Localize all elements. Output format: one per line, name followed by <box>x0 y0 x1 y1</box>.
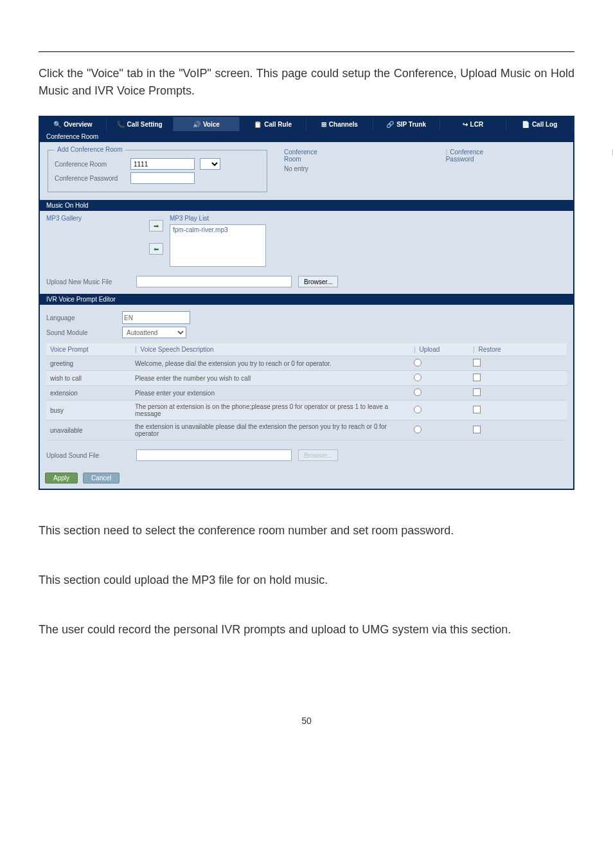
tab-lcr[interactable]: ↪LCR <box>440 117 507 131</box>
tab-overview[interactable]: 🔍Overview <box>40 117 107 131</box>
browser-button-disabled: Browser... <box>298 449 338 461</box>
voip-screenshot: 🔍Overview 📞Call Setting 🔊Voice 📋Call Rul… <box>39 116 574 490</box>
mp3-file-item[interactable]: fpm-calm-river.mp3 <box>173 226 228 233</box>
move-left-button[interactable]: ⬅ <box>149 243 163 255</box>
upload-sound-label: Upload Sound File <box>46 452 130 459</box>
tab-call-rule[interactable]: 📋Call Rule <box>240 117 306 131</box>
upload-radio[interactable] <box>414 426 422 433</box>
conference-header: Conference Room <box>40 131 573 142</box>
col-upload: Upload <box>410 343 469 356</box>
col-voice-desc: Voice Speech Description <box>131 343 410 356</box>
restore-check[interactable] <box>473 388 481 396</box>
table-row: wish to call Please enter the number you… <box>46 371 567 386</box>
restore-check[interactable] <box>473 406 481 413</box>
row-desc: Welcome, please dial the extension you t… <box>131 356 410 371</box>
tab-voice[interactable]: 🔊Voice <box>173 117 240 131</box>
paragraph-3: The user could record the personal IVR p… <box>39 621 574 638</box>
intro-text: Click the "Voice" tab in the "VoIP" scre… <box>39 65 574 100</box>
no-entry-text: No entry <box>284 165 613 172</box>
page-number: 50 <box>39 716 574 726</box>
tab-call-setting[interactable]: 📞Call Setting <box>107 117 173 131</box>
mp3-gallery-header: MP3 Gallery <box>46 215 130 222</box>
conference-room-label: Conference Room <box>55 161 125 168</box>
add-conference-legend: Add Conference Room <box>55 146 125 153</box>
row-name: greeting <box>46 356 131 371</box>
row-name: busy <box>46 401 131 420</box>
magnifier-icon: 🔍 <box>53 121 61 128</box>
browser-button[interactable]: Browser... <box>298 276 338 287</box>
move-right-button[interactable]: ➡ <box>149 220 163 231</box>
moh-panel: MP3 Gallery ➡ ⬅ MP3 Play List fpm-calm-r… <box>40 211 573 294</box>
row-desc: The person at extension is on the phone;… <box>131 401 410 420</box>
ivr-panel: Language Sound Module Autoattend Voice P… <box>40 305 573 467</box>
conference-room-select[interactable] <box>200 158 220 170</box>
row-name: wish to call <box>46 371 131 386</box>
language-input[interactable] <box>122 311 190 324</box>
tab-sip-trunk[interactable]: 🔗SIP Trunk <box>373 117 440 131</box>
upload-music-label: Upload New Music File <box>46 278 130 285</box>
tab-bar: 🔍Overview 📞Call Setting 🔊Voice 📋Call Rul… <box>40 117 573 131</box>
phone-icon: 📞 <box>117 121 125 128</box>
language-label: Language <box>46 314 117 321</box>
paragraph-2: This section could upload the MP3 file f… <box>39 572 574 589</box>
conference-room-input[interactable] <box>130 158 195 170</box>
conference-panel: Add Conference Room Conference Room Conf… <box>40 142 573 200</box>
mp3-playlist-header: MP3 Play List <box>170 215 266 222</box>
horizontal-rule <box>39 51 574 52</box>
log-icon: 📄 <box>522 121 529 128</box>
restore-check[interactable] <box>473 426 481 433</box>
conf-col-password: Conference Password <box>446 149 483 163</box>
col-restore: Restore <box>469 343 567 356</box>
table-row: unavailable the extension is unavailable… <box>46 420 567 440</box>
row-name: extension <box>46 386 131 401</box>
conference-password-label: Conference Password <box>55 175 125 182</box>
paragraph-1: This section need to select the conferen… <box>39 522 574 539</box>
button-row: Apply Cancel <box>40 467 573 489</box>
table-row: busy The person at extension is on the p… <box>46 401 567 420</box>
list-icon: 📋 <box>254 121 262 128</box>
sound-module-label: Sound Module <box>46 329 117 336</box>
tab-channels[interactable]: ⊞Channels <box>306 117 373 131</box>
restore-check[interactable] <box>473 359 481 366</box>
ivr-header: IVR Voice Prompt Editor <box>40 294 573 305</box>
col-voice-prompt: Voice Prompt <box>46 343 131 356</box>
upload-radio[interactable] <box>414 406 422 413</box>
restore-check[interactable] <box>473 374 481 381</box>
table-row: extension Please enter your extension <box>46 386 567 401</box>
link-icon: 🔗 <box>386 121 394 128</box>
row-desc: the extension is unavailable please dial… <box>131 420 410 440</box>
grid-icon: ⊞ <box>321 121 326 128</box>
table-row: greeting Welcome, please dial the extens… <box>46 356 567 371</box>
upload-sound-field[interactable] <box>136 449 292 461</box>
tab-call-log[interactable]: 📄Call Log <box>506 117 573 131</box>
row-desc: Please enter your extension <box>131 386 410 401</box>
row-name: unavailable <box>46 420 131 440</box>
conference-password-input[interactable] <box>130 172 195 184</box>
upload-music-field[interactable] <box>136 276 292 287</box>
conference-list: Conference Room Conference Password Dele… <box>284 149 613 172</box>
cancel-button[interactable]: Cancel <box>83 473 120 484</box>
mp3-playlist-box[interactable]: fpm-calm-river.mp3 <box>170 224 266 267</box>
route-icon: ↪ <box>463 121 468 128</box>
speaker-icon: 🔊 <box>193 121 200 128</box>
row-desc: Please enter the number you wish to call <box>131 371 410 386</box>
upload-radio[interactable] <box>414 374 422 381</box>
sound-module-select[interactable]: Autoattend <box>122 327 186 338</box>
apply-button[interactable]: Apply <box>45 473 78 484</box>
moh-header: Music On Hold <box>40 200 573 211</box>
upload-radio[interactable] <box>414 359 422 366</box>
conf-col-room: Conference Room <box>284 149 317 163</box>
upload-radio[interactable] <box>414 388 422 396</box>
ivr-table: Voice Prompt Voice Speech Description Up… <box>46 343 567 440</box>
